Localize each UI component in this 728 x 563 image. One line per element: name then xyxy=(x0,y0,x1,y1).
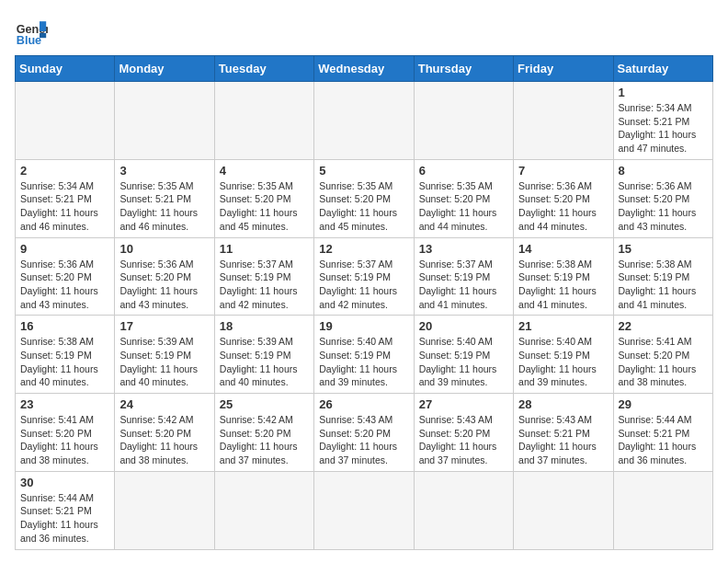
svg-text:Blue: Blue xyxy=(17,34,41,47)
calendar-cell: 19Sunrise: 5:40 AM Sunset: 5:19 PM Dayli… xyxy=(314,316,414,394)
weekday-header-row: SundayMondayTuesdayWednesdayThursdayFrid… xyxy=(16,56,713,82)
day-number: 19 xyxy=(319,319,408,333)
day-info: Sunrise: 5:36 AM Sunset: 5:20 PM Dayligh… xyxy=(518,179,608,234)
calendar-cell xyxy=(514,82,613,160)
day-info: Sunrise: 5:35 AM Sunset: 5:20 PM Dayligh… xyxy=(319,179,408,234)
day-info: Sunrise: 5:35 AM Sunset: 5:21 PM Dayligh… xyxy=(119,179,209,234)
calendar-cell: 20Sunrise: 5:40 AM Sunset: 5:19 PM Dayli… xyxy=(414,316,513,394)
week-row-1: 2Sunrise: 5:34 AM Sunset: 5:21 PM Daylig… xyxy=(16,159,713,237)
calendar-cell: 22Sunrise: 5:41 AM Sunset: 5:20 PM Dayli… xyxy=(613,316,712,394)
calendar-cell xyxy=(314,82,414,160)
day-number: 8 xyxy=(619,164,708,178)
logo-icon: General Blue xyxy=(15,15,48,48)
day-number: 5 xyxy=(319,164,408,178)
day-number: 26 xyxy=(319,397,408,411)
day-info: Sunrise: 5:39 AM Sunset: 5:19 PM Dayligh… xyxy=(119,335,209,389)
calendar-cell xyxy=(414,471,513,549)
day-number: 7 xyxy=(518,164,608,178)
calendar-cell: 6Sunrise: 5:35 AM Sunset: 5:20 PM Daylig… xyxy=(414,159,513,237)
calendar-cell: 3Sunrise: 5:35 AM Sunset: 5:21 PM Daylig… xyxy=(115,159,214,237)
weekday-header-friday: Friday xyxy=(514,56,613,82)
week-row-0: 1Sunrise: 5:34 AM Sunset: 5:21 PM Daylig… xyxy=(16,82,713,160)
day-number: 24 xyxy=(119,397,209,411)
day-number: 23 xyxy=(20,397,109,411)
day-number: 16 xyxy=(20,319,109,333)
page-header: General Blue xyxy=(15,15,713,48)
calendar-cell: 18Sunrise: 5:39 AM Sunset: 5:19 PM Dayli… xyxy=(214,316,313,394)
day-info: Sunrise: 5:40 AM Sunset: 5:19 PM Dayligh… xyxy=(419,335,508,389)
day-number: 15 xyxy=(619,242,708,256)
calendar-cell: 13Sunrise: 5:37 AM Sunset: 5:19 PM Dayli… xyxy=(414,237,513,316)
day-info: Sunrise: 5:43 AM Sunset: 5:20 PM Dayligh… xyxy=(419,413,508,467)
day-number: 6 xyxy=(419,164,508,178)
day-info: Sunrise: 5:40 AM Sunset: 5:19 PM Dayligh… xyxy=(518,335,608,389)
day-info: Sunrise: 5:35 AM Sunset: 5:20 PM Dayligh… xyxy=(419,179,508,234)
day-number: 4 xyxy=(220,164,309,178)
day-number: 11 xyxy=(220,242,309,256)
day-number: 28 xyxy=(518,397,608,411)
calendar-cell: 28Sunrise: 5:43 AM Sunset: 5:21 PM Dayli… xyxy=(514,394,613,472)
day-info: Sunrise: 5:42 AM Sunset: 5:20 PM Dayligh… xyxy=(119,413,209,467)
week-row-3: 16Sunrise: 5:38 AM Sunset: 5:19 PM Dayli… xyxy=(16,316,713,394)
calendar-cell xyxy=(115,471,214,549)
day-number: 22 xyxy=(619,319,708,333)
logo: General Blue xyxy=(15,15,48,48)
day-info: Sunrise: 5:36 AM Sunset: 5:20 PM Dayligh… xyxy=(119,258,209,312)
calendar-cell: 30Sunrise: 5:44 AM Sunset: 5:21 PM Dayli… xyxy=(16,471,115,549)
calendar-cell: 2Sunrise: 5:34 AM Sunset: 5:21 PM Daylig… xyxy=(16,159,115,237)
calendar-cell: 9Sunrise: 5:36 AM Sunset: 5:20 PM Daylig… xyxy=(16,237,115,316)
day-number: 29 xyxy=(619,397,708,411)
calendar-cell xyxy=(414,82,513,160)
day-info: Sunrise: 5:37 AM Sunset: 5:19 PM Dayligh… xyxy=(319,258,408,312)
day-number: 25 xyxy=(220,397,309,411)
day-number: 10 xyxy=(119,242,209,256)
day-number: 27 xyxy=(419,397,508,411)
calendar-cell: 14Sunrise: 5:38 AM Sunset: 5:19 PM Dayli… xyxy=(514,237,613,316)
weekday-header-monday: Monday xyxy=(115,56,214,82)
calendar-cell xyxy=(115,82,214,160)
day-info: Sunrise: 5:44 AM Sunset: 5:21 PM Dayligh… xyxy=(619,413,708,467)
weekday-header-sunday: Sunday xyxy=(16,56,115,82)
svg-marker-2 xyxy=(40,21,46,31)
calendar-cell xyxy=(214,82,313,160)
day-info: Sunrise: 5:44 AM Sunset: 5:21 PM Dayligh… xyxy=(20,491,109,546)
calendar-cell: 29Sunrise: 5:44 AM Sunset: 5:21 PM Dayli… xyxy=(613,394,712,472)
day-info: Sunrise: 5:40 AM Sunset: 5:19 PM Dayligh… xyxy=(319,335,408,389)
day-info: Sunrise: 5:36 AM Sunset: 5:20 PM Dayligh… xyxy=(20,258,109,312)
day-number: 1 xyxy=(619,86,708,99)
day-info: Sunrise: 5:38 AM Sunset: 5:19 PM Dayligh… xyxy=(619,258,708,312)
calendar-cell: 5Sunrise: 5:35 AM Sunset: 5:20 PM Daylig… xyxy=(314,159,414,237)
day-number: 21 xyxy=(518,319,608,333)
calendar-cell: 21Sunrise: 5:40 AM Sunset: 5:19 PM Dayli… xyxy=(514,316,613,394)
week-row-4: 23Sunrise: 5:41 AM Sunset: 5:20 PM Dayli… xyxy=(16,394,713,472)
day-number: 13 xyxy=(419,242,508,256)
calendar-cell: 7Sunrise: 5:36 AM Sunset: 5:20 PM Daylig… xyxy=(514,159,613,237)
day-info: Sunrise: 5:38 AM Sunset: 5:19 PM Dayligh… xyxy=(518,258,608,312)
week-row-5: 30Sunrise: 5:44 AM Sunset: 5:21 PM Dayli… xyxy=(16,471,713,549)
calendar-cell: 26Sunrise: 5:43 AM Sunset: 5:20 PM Dayli… xyxy=(314,394,414,472)
calendar-cell: 4Sunrise: 5:35 AM Sunset: 5:20 PM Daylig… xyxy=(214,159,313,237)
day-number: 20 xyxy=(419,319,508,333)
calendar-cell: 1Sunrise: 5:34 AM Sunset: 5:21 PM Daylig… xyxy=(613,82,712,160)
day-info: Sunrise: 5:38 AM Sunset: 5:19 PM Dayligh… xyxy=(20,335,109,389)
day-info: Sunrise: 5:37 AM Sunset: 5:19 PM Dayligh… xyxy=(419,258,508,312)
calendar-cell xyxy=(314,471,414,549)
day-number: 3 xyxy=(119,164,209,178)
day-number: 30 xyxy=(20,476,109,489)
day-info: Sunrise: 5:37 AM Sunset: 5:19 PM Dayligh… xyxy=(220,258,309,312)
day-info: Sunrise: 5:42 AM Sunset: 5:20 PM Dayligh… xyxy=(220,413,309,467)
calendar-cell: 17Sunrise: 5:39 AM Sunset: 5:19 PM Dayli… xyxy=(115,316,214,394)
day-info: Sunrise: 5:39 AM Sunset: 5:19 PM Dayligh… xyxy=(220,335,309,389)
weekday-header-wednesday: Wednesday xyxy=(314,56,414,82)
calendar-cell: 12Sunrise: 5:37 AM Sunset: 5:19 PM Dayli… xyxy=(314,237,414,316)
day-info: Sunrise: 5:41 AM Sunset: 5:20 PM Dayligh… xyxy=(619,335,708,389)
day-number: 18 xyxy=(220,319,309,333)
day-info: Sunrise: 5:36 AM Sunset: 5:20 PM Dayligh… xyxy=(619,179,708,234)
day-info: Sunrise: 5:43 AM Sunset: 5:21 PM Dayligh… xyxy=(518,413,608,467)
calendar-cell: 10Sunrise: 5:36 AM Sunset: 5:20 PM Dayli… xyxy=(115,237,214,316)
day-info: Sunrise: 5:35 AM Sunset: 5:20 PM Dayligh… xyxy=(220,179,309,234)
weekday-header-saturday: Saturday xyxy=(613,56,712,82)
day-number: 9 xyxy=(20,242,109,256)
calendar-cell: 23Sunrise: 5:41 AM Sunset: 5:20 PM Dayli… xyxy=(16,394,115,472)
svg-marker-3 xyxy=(40,33,46,38)
